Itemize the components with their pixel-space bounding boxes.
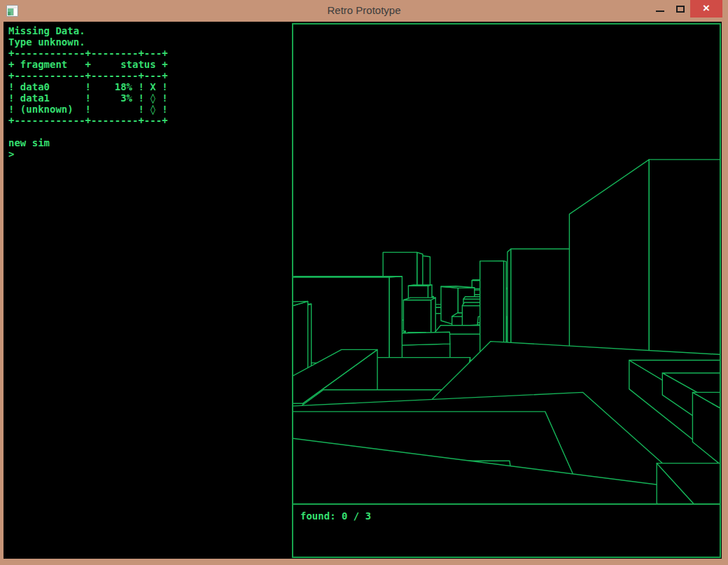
close-icon: × <box>703 2 710 14</box>
simulation-panel: found: 0 / 3 <box>292 23 721 558</box>
close-button[interactable]: × <box>690 0 722 18</box>
wireframe-scene <box>293 25 720 503</box>
app-window: Retro Prototype × Missing Data. Type unk… <box>0 0 728 565</box>
window-title: Retro Prototype <box>0 0 728 22</box>
status-strip: found: 0 / 3 <box>293 503 720 555</box>
window-controls: × <box>650 0 722 18</box>
minimize-button[interactable] <box>650 0 671 18</box>
command-echo: new sim <box>8 137 288 148</box>
titlebar[interactable]: Retro Prototype × <box>0 0 728 22</box>
scene-viewport[interactable] <box>293 25 720 503</box>
maximize-button[interactable] <box>671 0 690 18</box>
found-counter: found: 0 / 3 <box>300 510 713 522</box>
terminal-prompt[interactable]: > <box>8 148 288 160</box>
terminal-output: Missing Data. Type unknown. +-----------… <box>8 25 288 126</box>
terminal-panel: Missing Data. Type unknown. +-----------… <box>8 25 288 160</box>
minimize-icon <box>656 11 664 12</box>
maximize-icon <box>676 6 685 13</box>
content-area: Missing Data. Type unknown. +-----------… <box>4 22 722 559</box>
